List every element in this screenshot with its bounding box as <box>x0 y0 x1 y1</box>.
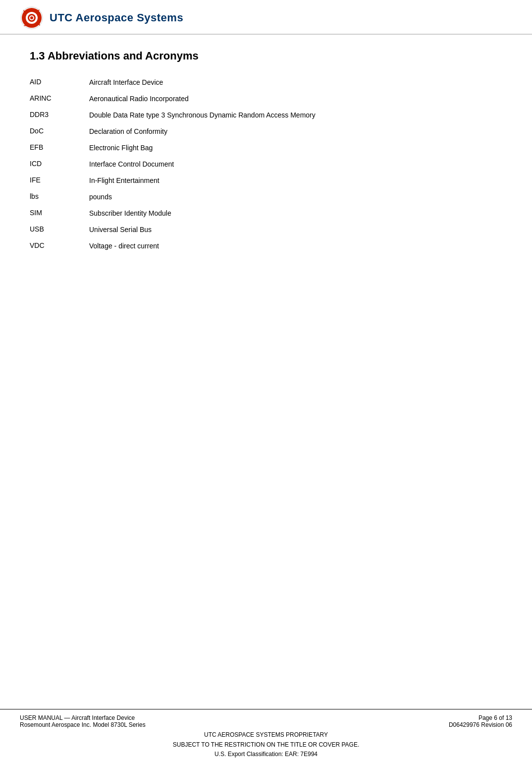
abbrev-definition: Double Data Rate type 3 Synchronous Dyna… <box>89 110 502 120</box>
abbrev-definition: Subscriber Identity Module <box>89 208 502 219</box>
abbrev-definition: Aircraft Interface Device <box>89 77 502 88</box>
footer-export-class: U.S. Export Classification: EAR: 7E994 <box>20 750 512 759</box>
abbrev-row: SIMSubscriber Identity Module <box>30 205 502 222</box>
abbrev-row: DDR3Double Data Rate type 3 Synchronous … <box>30 107 502 123</box>
abbrev-row: ICDInterface Control Document <box>30 156 502 173</box>
abbrev-term: SIM <box>30 208 89 217</box>
page-header: UTC Aerospace Systems <box>0 0 532 35</box>
footer-model-info: Rosemount Aerospace Inc. Model 8730L Ser… <box>20 721 146 728</box>
main-content: 1.3 Abbreviations and Acronyms AIDAircra… <box>0 35 532 304</box>
abbrev-term: IFE <box>30 176 89 184</box>
company-logo <box>20 6 44 30</box>
abbrev-term: lbs <box>30 192 89 200</box>
abbrev-definition: Voltage - direct current <box>89 241 502 251</box>
abbrev-row: ARINCAeronautical Radio Incorporated <box>30 91 502 107</box>
abbrev-term: ICD <box>30 159 89 168</box>
footer-manual-title: USER MANUAL — Aircraft Interface Device <box>20 714 146 721</box>
abbrev-row: AIDAircraft Interface Device <box>30 74 502 91</box>
abbrev-row: USBUniversal Serial Bus <box>30 222 502 238</box>
abbrev-definition: Electronic Flight Bag <box>89 143 502 153</box>
footer-left: USER MANUAL — Aircraft Interface Device … <box>20 714 146 728</box>
footer-top-row: USER MANUAL — Aircraft Interface Device … <box>20 714 512 728</box>
svg-point-13 <box>30 16 33 19</box>
abbrev-definition: Aeronautical Radio Incorporated <box>89 94 502 104</box>
abbrev-row: lbspounds <box>30 189 502 205</box>
abbrev-term: AID <box>30 77 89 86</box>
abbrev-term: ARINC <box>30 94 89 102</box>
footer-page-number: Page 6 of 13 <box>449 714 512 721</box>
section-number: 1.3 <box>30 50 45 62</box>
abbrev-term: USB <box>30 225 89 233</box>
abbrev-definition: In-Flight Entertainment <box>89 176 502 186</box>
abbrev-definition: pounds <box>89 192 502 202</box>
abbrev-term: DoC <box>30 126 89 135</box>
section-heading: 1.3 Abbreviations and Acronyms <box>30 50 502 62</box>
footer-proprietary: UTC AEROSPACE SYSTEMS PROPRIETARY <box>20 730 512 740</box>
abbrev-row: EFBElectronic Flight Bag <box>30 140 502 156</box>
abbrev-row: VDCVoltage - direct current <box>30 238 502 254</box>
footer-restriction: SUBJECT TO THE RESTRICTION ON THE TITLE … <box>20 740 512 750</box>
company-name-text: UTC Aerospace Systems <box>50 11 183 24</box>
page-footer: USER MANUAL — Aircraft Interface Device … <box>0 709 532 764</box>
abbrev-definition: Interface Control Document <box>89 159 502 170</box>
abbrev-row: DoCDeclaration of Conformity <box>30 123 502 140</box>
abbrev-term: DDR3 <box>30 110 89 118</box>
abbrev-definition: Declaration of Conformity <box>89 126 502 137</box>
abbrev-row: IFEIn-Flight Entertainment <box>30 173 502 189</box>
logo-container: UTC Aerospace Systems <box>20 6 183 30</box>
footer-center: UTC AEROSPACE SYSTEMS PROPRIETARY SUBJEC… <box>20 730 512 759</box>
section-title-text: Abbreviations and Acronyms <box>48 50 199 62</box>
abbrev-term: EFB <box>30 143 89 151</box>
footer-document-id: D06429976 Revision 06 <box>449 721 512 728</box>
abbrev-definition: Universal Serial Bus <box>89 225 502 235</box>
footer-right: Page 6 of 13 D06429976 Revision 06 <box>449 714 512 728</box>
abbrev-term: VDC <box>30 241 89 249</box>
abbreviations-list: AIDAircraft Interface DeviceARINCAeronau… <box>30 74 502 254</box>
